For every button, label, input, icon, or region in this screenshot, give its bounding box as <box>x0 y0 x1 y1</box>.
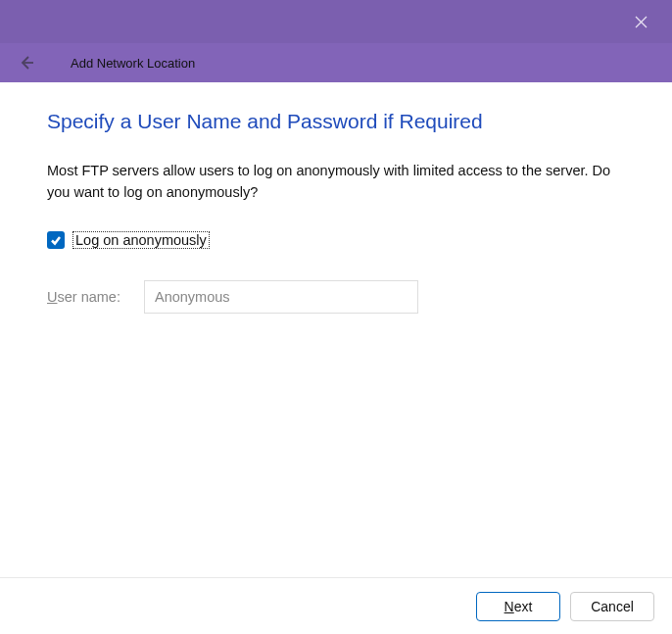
wizard-header: Add Network Location <box>0 43 672 82</box>
anonymous-checkbox[interactable] <box>47 231 65 249</box>
close-icon <box>635 16 648 28</box>
page-description: Most FTP servers allow users to log on a… <box>47 161 625 204</box>
wizard-title: Add Network Location <box>71 56 195 71</box>
close-button[interactable] <box>619 0 662 43</box>
checkmark-icon <box>50 234 62 246</box>
username-row: User name: <box>47 280 625 314</box>
anonymous-checkbox-label[interactable]: Log on anonymously <box>72 231 210 249</box>
back-arrow-icon <box>18 54 35 72</box>
anonymous-checkbox-row: Log on anonymously <box>47 231 625 249</box>
content-area: Specify a User Name and Password if Requ… <box>0 82 672 577</box>
page-title: Specify a User Name and Password if Requ… <box>47 110 625 133</box>
titlebar <box>0 0 672 43</box>
username-input[interactable] <box>144 280 418 314</box>
next-button[interactable]: Next <box>476 592 560 621</box>
back-button[interactable] <box>18 54 35 72</box>
username-label: User name: <box>47 289 120 305</box>
cancel-button[interactable]: Cancel <box>570 592 654 621</box>
wizard-footer: Next Cancel <box>0 577 672 634</box>
